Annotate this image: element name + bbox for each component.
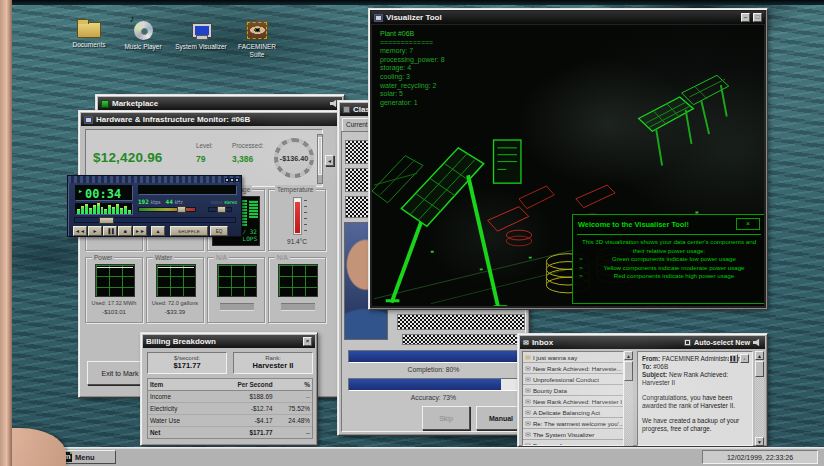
close-icon[interactable]: × [303, 337, 312, 346]
power-meter: Power Used: 17.32 MWh -$103.01 [85, 257, 143, 323]
menu-button[interactable]: m Menu [58, 450, 116, 464]
completion-label: Completion: 80% [342, 366, 525, 373]
pause-button[interactable]: ▐▐ [103, 226, 117, 236]
stereo-indicator: stereo [224, 200, 237, 205]
power-used: Used: 17.32 MWh [86, 300, 142, 306]
level-value: 79 [196, 154, 205, 164]
water-used: Used: 72.0 gallons [147, 300, 203, 306]
visualizer-3d-view: Plant #06B ============= memory: 7 proce… [372, 25, 764, 306]
desktop-icon-music-player[interactable]: Music Player [116, 21, 170, 51]
scrollbar-thumb[interactable] [755, 361, 764, 377]
music-player-window[interactable]: ► 00:34 1. HIDDEKUS - HOPEMINER (4:17) 1… [67, 175, 242, 237]
visualizer-window[interactable]: Visualizer Tool – □ Plant #06B =========… [368, 8, 768, 310]
shade-icon[interactable] [230, 178, 234, 182]
eject-button[interactable]: ▲ [151, 226, 165, 236]
message-row[interactable]: ✉The System Visualizer [523, 429, 623, 440]
temperature-group-label: Temperature [275, 185, 316, 194]
billing-table-header: Item Per Second % [148, 379, 312, 391]
play-button[interactable]: ► [88, 226, 102, 236]
temperature-group: Temperature 91.4°C [268, 189, 326, 251]
billing-row-net: Net $171.77 -- [148, 427, 312, 438]
message-list: ✉I just wanna say ✉New Rank Achieved: Ha… [522, 351, 624, 446]
stats-scrollbar[interactable] [317, 134, 323, 184]
envelope-icon: ✉ [525, 431, 531, 438]
mail-icon: ✉ [523, 339, 529, 346]
spectrum-analyzer [75, 203, 133, 215]
scroll-up-icon[interactable]: ▲ [755, 351, 764, 360]
message-row[interactable]: ✉I just wanna say [523, 352, 623, 363]
message-row[interactable]: ✉A Delicate Balancing Act [523, 407, 623, 418]
open-envelope-icon: ✉ [525, 354, 531, 361]
qr-code [345, 168, 369, 192]
scroll-down-icon[interactable]: ▼ [755, 437, 764, 446]
minimize-icon[interactable] [225, 178, 229, 182]
maximize-icon[interactable]: □ [753, 13, 762, 22]
desktop-icon-label: Documents [62, 41, 116, 49]
accuracy-label: Accuracy: 73% [342, 394, 525, 401]
restore-icon[interactable]: ▫ [740, 354, 749, 363]
eq-button[interactable]: EQ [210, 226, 228, 236]
message-row[interactable]: ✉New Rank Achieved: Harveste... [523, 363, 623, 374]
message-body: We have created a backup of your progres… [642, 417, 748, 433]
scroll-up-icon[interactable]: ▲ [624, 351, 633, 360]
message-row[interactable]: ✉Unprofessional Conduct [523, 374, 623, 385]
skip-button[interactable]: Skip [422, 406, 470, 430]
dialog-title: Welcome to the Visualiser Tool! [578, 220, 736, 229]
envelope-icon: ✉ [525, 376, 531, 383]
auto-select-checkbox[interactable] [684, 339, 691, 346]
computer-icon [191, 23, 211, 40]
folder-icon [77, 22, 101, 38]
na-meter-2: N/A [268, 257, 326, 323]
auto-select-label: Auto-select New [694, 338, 750, 347]
crt-screen: Documents Music Player System Visualizer… [0, 0, 824, 466]
monitor-bezel-top [0, 0, 824, 5]
close-icon[interactable]: × [736, 218, 760, 230]
stats-scrollbar-thumb[interactable] [318, 137, 322, 175]
minimize-icon[interactable]: – [741, 13, 750, 22]
previous-track-button[interactable]: ◄◄ [73, 226, 87, 236]
shuffle-button[interactable]: SHUFFLE [170, 226, 208, 236]
speaker-icon[interactable] [753, 339, 762, 347]
message-row[interactable]: ✉Re: The warmest welcome you'... [523, 418, 623, 429]
stats-spin-left-button[interactable]: ◄ [325, 155, 334, 166]
desktop-icon-system-visualizer[interactable]: System Visualizer [174, 23, 228, 51]
stream-info: 192 kbps 44 kHz mono stereo [138, 198, 237, 205]
pause-autoselect-icon[interactable]: ▌▌ [729, 354, 738, 363]
volume-slider[interactable] [138, 207, 196, 212]
seek-bar[interactable] [74, 217, 236, 223]
inbox-titlebar[interactable]: ✉ Inbox Auto-select New [520, 336, 765, 349]
balance-slider[interactable] [208, 207, 232, 212]
qr-code [345, 140, 369, 164]
visualizer-titlebar[interactable]: Visualizer Tool – □ [371, 11, 765, 24]
message-list-scrollbar[interactable]: ▲ [624, 351, 633, 446]
dialog-bullet: >Green components indicate low power usa… [579, 255, 759, 264]
rank-box: Rank: Harvester II [233, 352, 313, 374]
desktop-icon-label: FACEMINER Suite [230, 43, 284, 58]
reading-pane-scrollbar[interactable]: ▲ ▼ [755, 351, 764, 446]
music-player-titlebar[interactable] [68, 176, 241, 183]
stop-button[interactable]: ■ [118, 226, 132, 236]
scrollbar-thumb[interactable] [624, 361, 633, 381]
message-row[interactable]: ✉New Rank Achieved: Harvester I [523, 396, 623, 407]
desktop-icon-faceminer-suite[interactable]: FACEMINER Suite [230, 21, 284, 58]
message-row[interactable]: ✉Downgrading [523, 440, 623, 446]
inbox-window[interactable]: ✉ Inbox Auto-select New ✉I just wanna sa… [517, 333, 768, 447]
na-meter-bar [281, 303, 315, 311]
billing-window[interactable]: Billing Breakdown × $/second: $171.77 Ra… [140, 332, 318, 446]
next-track-button[interactable]: ►► [133, 226, 147, 236]
billing-titlebar[interactable]: Billing Breakdown × [143, 335, 315, 348]
message-body: Congratulations, you have been awarded t… [642, 394, 748, 410]
na-meter-bar [220, 303, 254, 311]
close-icon[interactable] [235, 178, 239, 182]
thermometer [293, 197, 302, 235]
desktop-icon-documents[interactable]: Documents [62, 22, 116, 49]
monitor-titlebar[interactable]: Hardware & Infrastructure Monitor: #06B [81, 113, 337, 126]
na-meter-chart [217, 264, 257, 297]
qr-code [345, 196, 369, 218]
marketplace-titlebar[interactable]: Marketplace [98, 97, 342, 110]
message-row[interactable]: ✉Bounty Data [523, 385, 623, 396]
power-cost: -$103.01 [86, 309, 142, 315]
na-meter-1: N/A [207, 257, 265, 323]
power-meter-chart [95, 264, 135, 297]
processed-value: 3,386 [232, 154, 253, 164]
